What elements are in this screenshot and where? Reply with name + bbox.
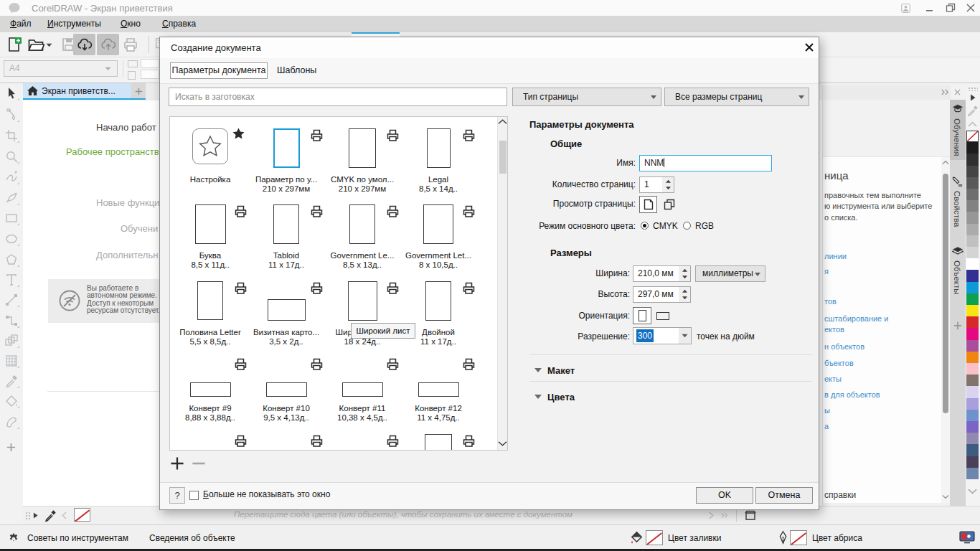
resolution-dropdown-button[interactable] xyxy=(679,327,692,344)
docker-collapse-icon[interactable] xyxy=(941,89,949,95)
template-item[interactable] xyxy=(248,433,324,451)
ok-button[interactable]: OK xyxy=(696,487,753,504)
docker-link-2[interactable]: тов xyxy=(824,297,837,306)
minimize-button[interactable] xyxy=(923,1,936,14)
swatch-19[interactable] xyxy=(966,352,979,363)
swatch-8[interactable] xyxy=(966,224,979,235)
swatch-28[interactable] xyxy=(966,456,979,468)
swatch-29[interactable] xyxy=(966,468,979,479)
swatch-3[interactable] xyxy=(966,166,979,177)
transparency-tool-icon[interactable] xyxy=(5,354,18,367)
pages-spin-down-icon[interactable] xyxy=(662,185,674,193)
pages-spin-up-icon[interactable] xyxy=(662,177,674,185)
units-dropdown[interactable]: миллиметры xyxy=(695,265,765,282)
swatch-20[interactable] xyxy=(966,363,979,375)
docker-link-5[interactable]: н объектов xyxy=(824,342,864,351)
welcome-nav-2[interactable]: Новые функци xyxy=(96,197,159,208)
swatch-11[interactable] xyxy=(966,258,979,270)
dialog-close-icon[interactable] xyxy=(802,40,816,55)
freehand-tool-icon[interactable] xyxy=(5,171,18,184)
welcome-nav-1[interactable]: Рабочее пространств xyxy=(66,146,159,157)
document-color-settings-icon[interactable] xyxy=(959,531,975,544)
account-icon[interactable] xyxy=(900,3,911,14)
facing-pages-icon[interactable] xyxy=(664,199,677,210)
height-spinner[interactable] xyxy=(679,286,691,303)
swatch-27[interactable] xyxy=(966,444,979,456)
height-spin-down-icon[interactable] xyxy=(679,295,690,303)
new-document-icon[interactable] xyxy=(6,36,23,53)
layout-section-heading[interactable]: Макет xyxy=(547,365,575,376)
swatch-21[interactable] xyxy=(966,375,979,386)
portrait-button[interactable] xyxy=(633,307,651,324)
open-document-icon[interactable] xyxy=(27,36,44,53)
docker-link-7[interactable]: екты xyxy=(824,375,842,383)
add-preset-icon[interactable] xyxy=(170,456,184,471)
template-item-визитная-карто-[interactable]: Визитная карто...3,5 x 2д.. xyxy=(248,281,324,357)
blend-tool-icon[interactable] xyxy=(5,334,18,347)
swatch-22[interactable] xyxy=(966,386,979,397)
docker-link-3[interactable]: сштабирование и xyxy=(824,314,888,323)
template-item[interactable] xyxy=(172,433,248,451)
width-spin-down-icon[interactable] xyxy=(679,274,690,282)
crop-tool-icon[interactable] xyxy=(5,129,18,142)
cloud-upload-button[interactable] xyxy=(97,34,119,55)
swatch-13[interactable] xyxy=(966,282,979,293)
template-item-половина-letter[interactable]: Половина Letter5,5 x 8,5д.. xyxy=(172,281,248,357)
template-item-government-le-[interactable]: Government Le...8,5 x 13д.. xyxy=(324,204,400,280)
template-item-широкий-лист[interactable]: Широкий лист18 x 24д.. xyxy=(324,281,400,357)
height-input[interactable]: 297,0 мм xyxy=(633,286,679,303)
docpalette-no-color-swatch[interactable] xyxy=(74,508,90,522)
connector-tool-icon[interactable] xyxy=(5,314,18,327)
page-type-dropdown[interactable]: Тип страницы xyxy=(512,88,661,106)
menu-файл[interactable]: Файл xyxy=(10,19,32,29)
menu-окно[interactable]: Окно xyxy=(121,19,141,29)
docker-link-1[interactable]: я xyxy=(824,267,829,276)
tab-document-settings[interactable]: Параметры документа xyxy=(170,62,268,79)
cmyk-radio[interactable] xyxy=(641,222,649,230)
tab-welcome-screen[interactable]: Экран приветств... xyxy=(23,83,131,99)
docker-link-9[interactable]: ы xyxy=(824,406,830,415)
docker-link-10[interactable]: а xyxy=(824,422,829,430)
colors-section-heading[interactable]: Цвета xyxy=(547,392,575,402)
docker-scroll-down-icon[interactable] xyxy=(942,494,949,499)
template-item-настройка[interactable]: Настройка xyxy=(172,128,248,204)
docker-scroll-thumb[interactable] xyxy=(943,174,948,413)
fill-tool-icon[interactable] xyxy=(5,395,18,408)
docker-bottom-link[interactable]: справки xyxy=(824,490,856,500)
template-item[interactable] xyxy=(324,433,400,451)
welcome-nav-3[interactable]: Обучени xyxy=(121,223,158,234)
status-object-info[interactable]: Сведения об объекте xyxy=(149,533,235,543)
smart-fill-tool-icon[interactable] xyxy=(5,415,18,428)
swatch-12[interactable] xyxy=(966,270,979,281)
template-item-tabloid[interactable]: Tabloid11 x 17д.. xyxy=(248,204,324,280)
width-spin-up-icon[interactable] xyxy=(679,266,690,274)
add-tool-icon[interactable] xyxy=(6,443,16,452)
swatch-24[interactable] xyxy=(966,410,979,421)
ellipse-tool-icon[interactable] xyxy=(5,232,18,245)
template-item[interactable] xyxy=(400,433,476,451)
swatch-25[interactable] xyxy=(966,421,979,433)
line-tool-icon[interactable] xyxy=(5,293,18,306)
dont-show-checkbox[interactable] xyxy=(189,491,199,500)
text-tool-icon[interactable] xyxy=(5,273,18,286)
rectangle-tool-icon[interactable] xyxy=(5,212,18,225)
eyedropper-tool-icon[interactable] xyxy=(5,375,18,387)
swatch-1[interactable] xyxy=(966,142,979,154)
fill-color-swatch[interactable] xyxy=(646,530,663,545)
name-input[interactable]: NNM xyxy=(639,155,772,171)
single-page-view-button[interactable] xyxy=(639,196,657,213)
page-preset-combo[interactable]: A4 xyxy=(4,60,118,77)
welcome-nav-4[interactable]: Дополнительн xyxy=(96,250,158,260)
template-item-cmyk-по-умол-[interactable]: CMYK по умол...210 x 297мм xyxy=(324,128,400,204)
polygon-tool-icon[interactable] xyxy=(5,253,18,266)
rgb-radio[interactable] xyxy=(683,222,691,230)
pick-tool-icon[interactable] xyxy=(5,87,18,100)
docpalette-page-icon[interactable] xyxy=(745,510,756,520)
template-item-буква[interactable]: Буква8,5 x 11д.. xyxy=(172,204,248,280)
template-item-government-let-[interactable]: Government Let...8 x 10,5д.. xyxy=(400,204,476,280)
add-docker-icon[interactable] xyxy=(953,321,962,330)
tab-templates[interactable]: Шаблоны xyxy=(277,62,316,79)
grid-scroll-down-icon[interactable] xyxy=(498,441,507,447)
docker-scroll-up-icon[interactable] xyxy=(942,160,949,165)
swatch-17[interactable] xyxy=(966,328,979,339)
